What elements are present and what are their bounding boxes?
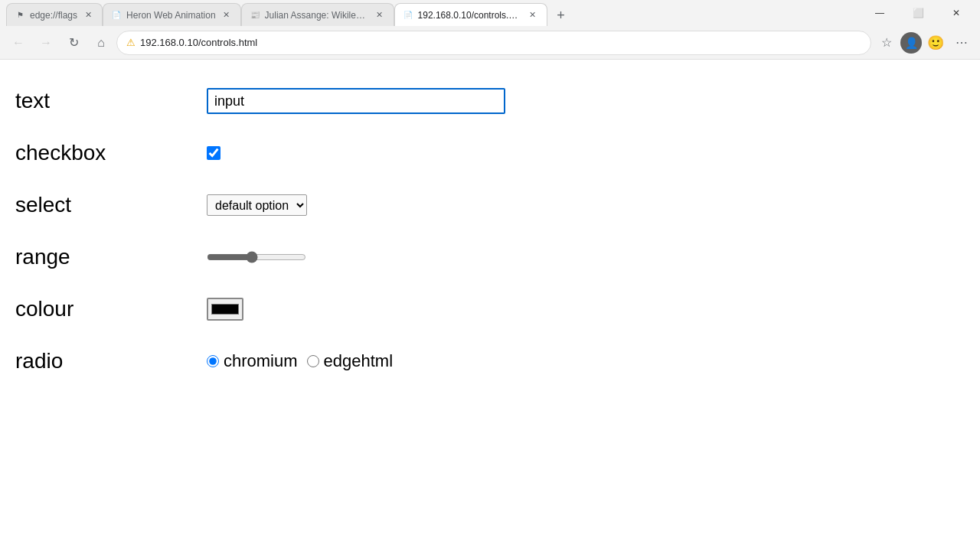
title-bar: ⚑ edge://flags ✕ 📄 Heron Web Animation ✕… xyxy=(0,0,980,26)
tab-label-tab-controls: 192.168.0.10/controls.html xyxy=(418,10,522,21)
tab-close-tab-controls[interactable]: ✕ xyxy=(527,9,539,21)
security-icon: ⚠ xyxy=(126,37,136,48)
tab-tab-controls[interactable]: 📄 192.168.0.10/controls.html ✕ xyxy=(394,3,547,26)
select-input-wrap: default option option 2 option 3 xyxy=(207,194,965,216)
checkbox-input-wrap xyxy=(207,146,965,160)
radio-edgehtml-input[interactable] xyxy=(307,355,319,367)
window-controls: — ⬜ ✕ xyxy=(856,0,974,26)
address-text: 192.168.0.10/controls.html xyxy=(140,37,861,48)
forward-button[interactable]: → xyxy=(34,31,58,55)
radio-group: chromium edgehtml xyxy=(207,351,393,371)
refresh-button[interactable]: ↻ xyxy=(61,31,86,55)
checkbox-input[interactable] xyxy=(207,146,220,160)
colour-input[interactable] xyxy=(207,298,243,321)
controls-table: text checkbox select default option opti… xyxy=(15,75,965,387)
toolbar-right: ☆ 👤 🙂 ⋯ xyxy=(874,31,974,55)
colour-input-wrap xyxy=(207,298,965,321)
tab-icon-tab-heron: 📄 xyxy=(111,10,122,21)
tab-label-tab-wikileaks: Julian Assange: Wikileaks co-fou xyxy=(265,10,369,21)
radio-label: radio xyxy=(15,335,207,387)
range-label: range xyxy=(15,231,207,283)
minimize-button[interactable]: — xyxy=(862,0,897,26)
back-button[interactable]: ← xyxy=(6,31,31,55)
avatar[interactable]: 👤 xyxy=(900,32,922,54)
select-input[interactable]: default option option 2 option 3 xyxy=(207,194,307,216)
tab-icon-tab-controls: 📄 xyxy=(403,10,413,21)
radio-chromium-input[interactable] xyxy=(207,355,219,367)
address-input[interactable]: ⚠ 192.168.0.10/controls.html xyxy=(116,31,871,55)
colour-label: colour xyxy=(15,283,207,335)
new-tab-button[interactable]: + xyxy=(550,5,572,26)
text-input-wrap xyxy=(207,88,965,114)
page-content: text checkbox select default option opti… xyxy=(0,60,980,551)
menu-button[interactable]: ⋯ xyxy=(949,31,974,55)
browser-window: ⚑ edge://flags ✕ 📄 Heron Web Animation ✕… xyxy=(0,0,980,551)
tab-tab-flags[interactable]: ⚑ edge://flags ✕ xyxy=(6,3,103,26)
radio-input-wrap: chromium edgehtml xyxy=(207,351,965,371)
tab-close-tab-heron[interactable]: ✕ xyxy=(220,9,233,21)
close-button[interactable]: ✕ xyxy=(939,0,974,26)
tab-icon-tab-flags: ⚑ xyxy=(15,10,25,21)
range-input-wrap xyxy=(207,251,965,263)
select-label: select xyxy=(15,179,207,231)
range-input[interactable] xyxy=(207,251,306,263)
favorites-button[interactable]: ☆ xyxy=(874,31,899,55)
radio-edgehtml-label: edgehtml xyxy=(324,351,394,371)
text-input[interactable] xyxy=(207,88,505,114)
restore-button[interactable]: ⬜ xyxy=(900,0,936,26)
checkbox-label: checkbox xyxy=(15,127,207,179)
radio-chromium-label: chromium xyxy=(224,351,298,371)
tab-strip: ⚑ edge://flags ✕ 📄 Heron Web Animation ✕… xyxy=(6,0,856,26)
tab-label-tab-flags: edge://flags xyxy=(30,10,77,21)
emoji-button[interactable]: 🙂 xyxy=(923,31,948,55)
home-button[interactable]: ⌂ xyxy=(89,31,113,55)
tab-close-tab-flags[interactable]: ✕ xyxy=(82,9,94,21)
tab-close-tab-wikileaks[interactable]: ✕ xyxy=(374,9,386,21)
tab-tab-heron[interactable]: 📄 Heron Web Animation ✕ xyxy=(103,3,241,26)
tab-icon-tab-wikileaks: 📰 xyxy=(250,10,260,21)
tab-tab-wikileaks[interactable]: 📰 Julian Assange: Wikileaks co-fou ✕ xyxy=(241,3,394,26)
radio-option-chromium[interactable]: chromium xyxy=(207,351,298,371)
text-label: text xyxy=(15,75,207,127)
address-bar: ← → ↻ ⌂ ⚠ 192.168.0.10/controls.html ☆ 👤… xyxy=(0,26,980,60)
tab-label-tab-heron: Heron Web Animation xyxy=(126,10,216,21)
radio-option-edgehtml[interactable]: edgehtml xyxy=(307,351,394,371)
